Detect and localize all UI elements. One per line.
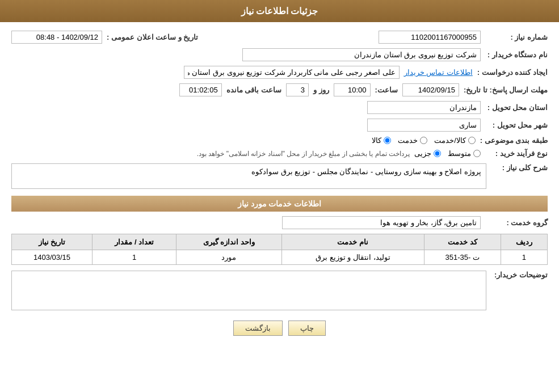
services-section-title: اطلاعات خدمات مورد نیاز: [11, 196, 548, 212]
category-radio-group: کالا/خدمت خدمت کالا: [372, 136, 476, 145]
content-area: شماره نیاز : تاریخ و ساعت اعلان عمومی : …: [0, 22, 559, 344]
row-deadline: مهلت ارسال پاسخ: تا تاریخ: ساعت: روز و س…: [11, 83, 548, 96]
radio-motavaset-label: متوسط: [448, 149, 471, 158]
col-service-code: کد خدمت: [424, 234, 501, 250]
requester-label: ایجاد کننده درخواست :: [477, 68, 548, 77]
radio-jozi-label: جزیی: [414, 149, 431, 158]
radio-motavaset[interactable]: [473, 150, 481, 157]
cell-quantity: 1: [93, 250, 176, 265]
radio-kala[interactable]: [384, 137, 391, 144]
back-button[interactable]: بازگشت: [233, 321, 283, 336]
category-radio-kala: کالا: [372, 136, 391, 145]
purchase-type-note: پرداخت تمام یا بخشی از مبلغ خریدار از مح…: [197, 150, 410, 158]
purchase-type-radio-motavaset: متوسط: [448, 149, 481, 158]
description-label: شرح کلی نیاز :: [491, 163, 548, 172]
announcement-label: تاریخ و ساعت اعلان عمومی :: [107, 33, 198, 41]
buyer-org-label: نام دستگاه خریدار :: [485, 50, 548, 59]
category-radio-khedmat: خدمت: [398, 136, 427, 145]
service-group-input[interactable]: [282, 216, 481, 229]
description-value: پروژه اصلاح و بهینه سازی روستایی - نماین…: [251, 167, 481, 176]
row-buyer-org: نام دستگاه خریدار :: [11, 48, 548, 61]
cell-row-num: 1: [501, 250, 548, 265]
cell-date: 1403/03/15: [12, 250, 93, 265]
deadline-remaining-label: ساعت باقی مانده: [226, 86, 281, 94]
radio-kala-label: کالا: [372, 136, 381, 145]
col-row-num: ردیف: [501, 234, 548, 250]
col-quantity: تعداد / مقدار: [93, 234, 176, 250]
col-service-name: نام خدمت: [281, 234, 424, 250]
description-box: پروژه اصلاح و بهینه سازی روستایی - نماین…: [11, 163, 486, 189]
row-category: طبقه بندی موضوعی : کالا/خدمت خدمت کالا: [11, 136, 548, 145]
deadline-days-label: روز و: [313, 86, 329, 94]
services-table: ردیف کد خدمت نام خدمت واحد اندازه گیری ت…: [11, 234, 548, 265]
print-button[interactable]: چاپ: [288, 321, 326, 336]
row-delivery-city: شهر محل تحویل :: [11, 119, 548, 132]
radio-kala-khedmat[interactable]: [468, 137, 476, 144]
announcement-input[interactable]: [11, 31, 102, 44]
purchase-type-label: نوع فرآیند خرید :: [485, 149, 548, 158]
service-group-label: گروه خدمت :: [485, 218, 548, 227]
page-header: جزئیات اطلاعات نیاز: [0, 0, 559, 22]
deadline-date-input[interactable]: [402, 83, 459, 96]
deadline-label: مهلت ارسال پاسخ: تا تاریخ:: [464, 86, 548, 94]
request-number-label: شماره نیاز :: [485, 33, 548, 41]
buyer-notes-label: توضیحات خریدار:: [491, 271, 548, 279]
row-request-number: شماره نیاز : تاریخ و ساعت اعلان عمومی :: [11, 31, 548, 44]
radio-kala-khedmat-label: کالا/خدمت: [434, 136, 466, 145]
buttons-row: چاپ بازگشت: [11, 321, 548, 336]
category-label: طبقه بندی موضوعی :: [480, 136, 548, 145]
requester-input[interactable]: [184, 66, 400, 79]
delivery-province-input[interactable]: [367, 101, 481, 114]
purchase-type-radio-group: متوسط جزیی: [414, 149, 481, 158]
radio-khedmat-label: خدمت: [398, 136, 418, 145]
radio-khedmat[interactable]: [420, 137, 427, 144]
row-purchase-type: نوع فرآیند خرید : متوسط جزیی پرداخت تمام…: [11, 149, 548, 158]
cell-service-code: ت -35-351: [424, 250, 501, 265]
col-date: تاریخ نیاز: [12, 234, 93, 250]
deadline-remaining-input[interactable]: [179, 83, 222, 96]
services-table-wrapper: ردیف کد خدمت نام خدمت واحد اندازه گیری ت…: [11, 234, 548, 265]
request-number-input[interactable]: [379, 31, 481, 44]
requester-link[interactable]: اطلاعات تماس خریدار: [404, 68, 473, 77]
buyer-org-input[interactable]: [242, 48, 481, 61]
deadline-days-input[interactable]: [286, 83, 309, 96]
row-service-group: گروه خدمت :: [11, 216, 548, 229]
cell-unit: مورد: [176, 250, 281, 265]
row-requester: ایجاد کننده درخواست : اطلاعات تماس خریدا…: [11, 66, 548, 79]
delivery-city-input[interactable]: [367, 119, 481, 132]
deadline-time-input[interactable]: [334, 83, 371, 96]
table-row: 1 ت -35-351 تولید، انتقال و توزیع برق مو…: [12, 250, 548, 265]
cell-service-name: تولید، انتقال و توزیع برق: [281, 250, 424, 265]
notes-content: [11, 271, 486, 312]
delivery-city-label: شهر محل تحویل :: [485, 121, 548, 129]
description-section: شرح کلی نیاز : پروژه اصلاح و بهینه سازی …: [11, 163, 548, 189]
notes-section: توضیحات خریدار:: [11, 271, 548, 312]
buyer-notes-textarea[interactable]: [11, 271, 486, 310]
radio-jozi[interactable]: [434, 150, 441, 157]
deadline-time-label: ساعت:: [375, 86, 398, 94]
row-delivery-province: استان محل تحویل :: [11, 101, 548, 114]
page-title: جزئیات اطلاعات نیاز: [241, 6, 318, 16]
page-container: جزئیات اطلاعات نیاز شماره نیاز : تاریخ و…: [0, 0, 559, 392]
category-radio-kala-khedmat: کالا/خدمت: [434, 136, 476, 145]
purchase-type-radio-jozi: جزیی: [414, 149, 441, 158]
delivery-province-label: استان محل تحویل :: [485, 103, 548, 112]
col-unit: واحد اندازه گیری: [176, 234, 281, 250]
